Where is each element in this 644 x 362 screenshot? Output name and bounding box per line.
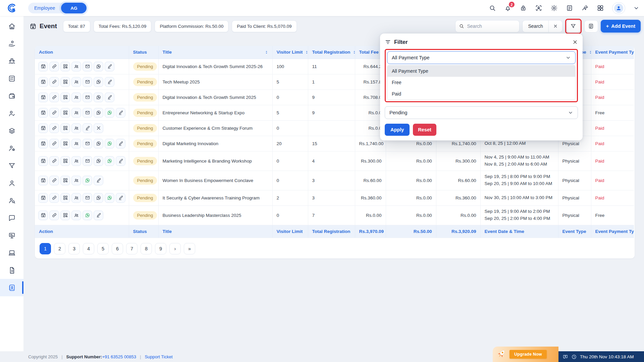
page-button-›[interactable]: ›	[169, 243, 181, 254]
sidebar-item-user-verify[interactable]	[0, 105, 23, 122]
mail-button[interactable]	[83, 156, 92, 166]
qr-button[interactable]	[60, 156, 70, 166]
link-button[interactable]	[49, 108, 59, 118]
calendar-button[interactable]	[38, 210, 48, 220]
sort-icon[interactable]	[589, 50, 591, 55]
sidebar-item-documents[interactable]	[0, 261, 23, 279]
search-icon[interactable]	[489, 4, 496, 12]
sidebar-item-leads[interactable]	[0, 139, 23, 157]
link-button[interactable]	[49, 77, 59, 87]
link-button[interactable]	[49, 139, 59, 148]
qr-button[interactable]	[60, 193, 70, 203]
mail-button[interactable]	[83, 62, 92, 71]
link-button[interactable]	[49, 62, 59, 71]
payment-type-select[interactable]: All Payment Type	[387, 51, 576, 64]
sort-icon[interactable]	[353, 50, 355, 55]
notifications-icon[interactable]: 2	[504, 4, 512, 12]
users-button[interactable]	[71, 139, 81, 148]
edit-button[interactable]	[105, 62, 114, 71]
whatsapp-green-button[interactable]	[105, 139, 114, 148]
page-button-6[interactable]: 6	[112, 243, 123, 254]
edit-button[interactable]	[94, 210, 103, 220]
payment-option[interactable]: Free	[387, 77, 575, 88]
role-ag[interactable]: AG	[61, 3, 87, 13]
sort-icon[interactable]	[305, 50, 308, 55]
status-select[interactable]: Pending	[385, 106, 578, 119]
chevron-down-icon[interactable]	[633, 5, 639, 11]
edit-button[interactable]	[116, 193, 125, 203]
qr-button[interactable]	[60, 139, 70, 148]
whatsapp-green-button[interactable]	[105, 108, 114, 118]
page-button-2[interactable]: 2	[54, 243, 65, 254]
qr-button[interactable]	[60, 123, 70, 133]
sidebar-item-events[interactable]	[0, 279, 23, 296]
support-chat-icon[interactable]	[562, 354, 568, 360]
page-button-»[interactable]: »	[184, 243, 195, 254]
users-button[interactable]	[71, 156, 81, 166]
calendar-button[interactable]	[38, 193, 48, 203]
whatsapp-green-button[interactable]	[83, 210, 92, 220]
calendar-button[interactable]	[38, 123, 48, 133]
column-header-total_registration[interactable]: Total Registration	[308, 46, 355, 59]
edit-button[interactable]	[105, 77, 114, 87]
sidebar-item-earnings[interactable]	[0, 35, 23, 52]
link-button[interactable]	[49, 210, 59, 220]
users-button[interactable]	[71, 176, 81, 185]
reset-button[interactable]: Reset	[413, 124, 436, 136]
page-button-3[interactable]: 3	[68, 243, 80, 254]
page-button-1[interactable]: 1	[40, 243, 51, 254]
app-logo[interactable]	[0, 3, 23, 13]
upgrade-now-label[interactable]: Upgrade Now	[509, 350, 547, 359]
whatsapp-button[interactable]	[94, 62, 103, 71]
sidebar-item-workspace[interactable]	[0, 244, 23, 261]
edit-button[interactable]	[105, 93, 114, 102]
link-button[interactable]	[49, 176, 59, 185]
upgrade-banner[interactable]: Upgrade Now	[493, 347, 558, 362]
page-button-4[interactable]: 4	[83, 243, 94, 254]
face-scan-icon[interactable]	[535, 4, 542, 12]
sort-icon[interactable]	[265, 50, 268, 55]
page-button-7[interactable]: 7	[126, 243, 138, 254]
notes-icon[interactable]	[566, 4, 573, 12]
column-header-visitor_limit[interactable]: Visitor Limit	[272, 46, 308, 59]
qr-button[interactable]	[60, 62, 70, 71]
whatsapp-button[interactable]	[94, 139, 103, 148]
whatsapp-green-button[interactable]	[105, 156, 114, 166]
sidebar-item-tasks[interactable]	[0, 70, 23, 87]
users-button[interactable]	[71, 123, 81, 133]
calendar-button[interactable]	[38, 93, 48, 102]
whatsapp-button[interactable]	[94, 93, 103, 102]
sidebar-item-profile[interactable]	[0, 174, 23, 192]
users-button[interactable]	[71, 62, 81, 71]
calendar-button[interactable]	[38, 176, 48, 185]
calendar-button[interactable]	[38, 108, 48, 118]
whatsapp-button[interactable]	[94, 108, 103, 118]
users-button[interactable]	[71, 93, 81, 102]
link-button[interactable]	[49, 156, 59, 166]
users-button[interactable]	[71, 77, 81, 87]
search-button[interactable]: Search	[523, 23, 548, 29]
whatsapp-button[interactable]	[94, 156, 103, 166]
page-button-8[interactable]: 8	[141, 243, 152, 254]
search-input[interactable]	[467, 23, 516, 29]
sidebar-item-billboard[interactable]	[0, 227, 23, 244]
search-box[interactable]	[455, 20, 520, 33]
calendar-button[interactable]	[38, 77, 48, 87]
qr-button[interactable]	[60, 108, 70, 118]
link-button[interactable]	[49, 123, 59, 133]
apply-button[interactable]: Apply	[385, 124, 410, 136]
qr-button[interactable]	[60, 77, 70, 87]
lock-icon[interactable]	[520, 4, 527, 12]
mail-button[interactable]	[83, 139, 92, 148]
calendar-button[interactable]	[38, 139, 48, 148]
add-event-button[interactable]: + Add Event	[601, 20, 641, 33]
payment-option[interactable]: All Payment Type	[387, 65, 575, 77]
edit-button[interactable]	[116, 156, 125, 166]
whatsapp-button[interactable]	[94, 77, 103, 87]
pin-icon[interactable]	[581, 4, 589, 12]
page-button-5[interactable]: 5	[97, 243, 109, 254]
sidebar-item-meetings[interactable]	[0, 52, 23, 70]
support-ticket-link[interactable]: Support Ticket	[145, 354, 172, 359]
whatsapp-button[interactable]	[94, 193, 103, 203]
settings-icon[interactable]	[550, 4, 558, 12]
